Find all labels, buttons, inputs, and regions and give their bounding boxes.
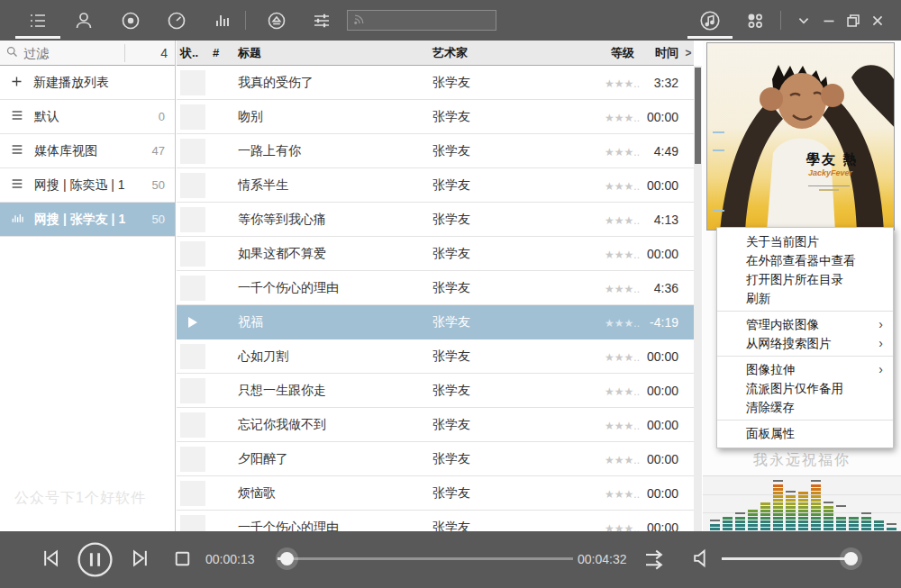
column-header-num[interactable]: #	[209, 46, 232, 59]
table-row[interactable]: 只想一生跟你走 张学友 ★★★.. 00:00	[177, 374, 694, 408]
artist-icon[interactable]	[71, 8, 96, 33]
search-input[interactable]	[369, 14, 487, 27]
track-art-placeholder	[180, 207, 205, 232]
table-row[interactable]: 烦恼歌 张学友 ★★★.. 00:00	[177, 476, 694, 511]
track-rating-stars[interactable]: ★★★..	[605, 249, 640, 261]
volume-thumb[interactable]	[844, 552, 858, 565]
sidebar-item-count: 47	[152, 144, 165, 158]
column-header-title[interactable]: 标题	[232, 45, 429, 61]
column-header-rating[interactable]: 等级	[573, 45, 640, 61]
menu-item-label: 面板属性	[746, 427, 795, 440]
track-rating-stars[interactable]: ★★★..	[605, 214, 640, 227]
track-rating-stars[interactable]: ★★★..	[605, 522, 640, 532]
shuffle-icon[interactable]	[642, 546, 669, 573]
stats-icon[interactable]	[210, 8, 235, 33]
total-time: 00:04:32	[578, 552, 627, 566]
context-menu-item[interactable]: 关于当前图片	[717, 232, 893, 251]
pause-button[interactable]	[76, 540, 114, 579]
column-header-artist[interactable]: 艺术家	[429, 45, 573, 61]
cover-side-label	[713, 149, 724, 151]
apps-grid-icon[interactable]	[742, 8, 768, 33]
track-artist: 张学友	[429, 348, 573, 365]
table-row[interactable]: 一路上有你 张学友 ★★★.. 4:49	[177, 134, 694, 168]
playing-indicator-icon	[188, 317, 197, 328]
track-rating-stars[interactable]: ★★★..	[605, 454, 640, 466]
table-row[interactable]: 一千个伤心的理由 张学友 ★★★.. 00:00	[177, 511, 694, 531]
track-title: 一千个伤心的理由	[232, 280, 429, 296]
scrollbar-thumb[interactable]	[695, 68, 701, 164]
column-header-time[interactable]: 时间	[640, 45, 683, 61]
music-note-icon[interactable]	[697, 8, 723, 33]
table-row[interactable]: 祝福 张学友 ★★★.. -4:19	[177, 305, 694, 339]
filter-input[interactable]	[23, 46, 109, 60]
table-row[interactable]: 夕阳醉了 张学友 ★★★.. 00:00	[177, 442, 694, 476]
track-rating-stars[interactable]: ★★★..	[605, 420, 640, 432]
sidebar-item-label: 媒体库视图	[34, 143, 97, 159]
playlist-tab-icon[interactable]	[25, 8, 50, 33]
column-overflow-button[interactable]: >	[683, 47, 694, 59]
track-rating-stars[interactable]: ★★★..	[605, 351, 640, 364]
track-rating-stars[interactable]: ★★★..	[605, 77, 640, 90]
minimize-button[interactable]	[816, 8, 842, 33]
track-time: -4:19	[640, 315, 683, 330]
track-rating-stars[interactable]: ★★★..	[605, 488, 640, 501]
track-rating-stars[interactable]: ★★★..	[605, 180, 640, 193]
context-menu-item[interactable]: 清除缓存	[717, 398, 893, 421]
table-row[interactable]: 一千个伤心的理由 张学友 ★★★.. 4:36	[177, 271, 694, 305]
close-button[interactable]	[865, 8, 890, 33]
previous-track-button[interactable]	[38, 546, 63, 571]
volume-track[interactable]	[722, 557, 855, 560]
table-row[interactable]: 吻别 张学友 ★★★.. 00:00	[177, 100, 694, 134]
track-art-placeholder	[180, 139, 205, 164]
context-menu-item[interactable]: 图像拉伸 ›	[717, 360, 893, 379]
sidebar-item[interactable]: 网搜 | 张学友 | 1 50	[0, 203, 175, 237]
track-rating-stars[interactable]: ★★★..	[605, 283, 640, 295]
track-artist: 张学友	[429, 212, 573, 228]
table-row[interactable]: 等你等到我心痛 张学友 ★★★.. 4:13	[177, 203, 694, 237]
sidebar-item[interactable]: 新建播放列表	[0, 66, 175, 100]
next-track-button[interactable]	[128, 546, 153, 571]
context-menu-item[interactable]: 打开图片所在目录	[717, 270, 893, 289]
progress-thumb[interactable]	[280, 552, 294, 565]
track-rating-stars[interactable]: ★★★..	[605, 317, 640, 330]
context-menu-item[interactable]: 刷新	[717, 289, 893, 312]
chevron-down-icon[interactable]	[791, 8, 816, 33]
menu-item-label: 从网络搜索图片	[746, 337, 832, 350]
playlist-filter[interactable]: 4	[0, 41, 175, 66]
table-scrollbar[interactable]	[694, 66, 702, 531]
table-row[interactable]: 我真的受伤了 张学友 ★★★.. 3:32	[177, 66, 694, 100]
track-rating-stars[interactable]: ★★★..	[605, 385, 640, 398]
sliders-icon[interactable]	[309, 8, 334, 33]
album-art[interactable]: 學友 熱 JackyFever	[706, 42, 895, 231]
table-row[interactable]: 心如刀割 张学友 ★★★.. 00:00	[177, 339, 694, 374]
sidebar-item[interactable]: 默认 0	[0, 100, 175, 134]
search-box[interactable]	[347, 10, 496, 31]
context-menu-items: 关于当前图片 在外部查看器中查看 打开图片所在目录 刷新 管理内嵌图像 ›	[717, 232, 893, 443]
table-row[interactable]: 情系半生 张学友 ★★★.. 00:00	[177, 168, 694, 203]
context-menu-item[interactable]: 从网络搜索图片 ›	[717, 334, 893, 357]
gauge-icon[interactable]	[164, 8, 189, 33]
track-rating-stars[interactable]: ★★★..	[605, 112, 640, 124]
track-art-placeholder	[180, 344, 205, 369]
context-menu-item[interactable]: 面板属性	[717, 424, 893, 443]
table-row[interactable]: 如果这都不算爱 张学友 ★★★.. 00:00	[177, 237, 694, 271]
restore-button[interactable]	[841, 8, 866, 33]
disc-icon[interactable]	[118, 8, 143, 33]
context-menu-item[interactable]: 在外部查看器中查看	[717, 251, 893, 270]
plus-icon	[10, 75, 23, 91]
sidebar-item-count: 0	[159, 110, 165, 123]
track-rating-stars[interactable]: ★★★..	[605, 146, 640, 158]
context-menu-item[interactable]: 流派图片仅作备用	[717, 379, 893, 398]
context-menu-item[interactable]: 管理内嵌图像 ›	[717, 315, 893, 334]
progress-track[interactable]	[278, 557, 573, 560]
sidebar-item-label: 默认	[34, 109, 59, 125]
column-header-status[interactable]: 状..	[177, 45, 209, 61]
table-row[interactable]: 忘记你我做不到 张学友 ★★★.. 00:00	[177, 408, 694, 442]
volume-icon[interactable]	[687, 546, 713, 571]
stop-button[interactable]	[171, 547, 194, 570]
sidebar-item[interactable]: 媒体库视图 47	[0, 134, 175, 168]
track-artist: 张学友	[429, 143, 573, 159]
sidebar-item[interactable]: 网搜 | 陈奕迅 | 1 50	[0, 168, 175, 203]
eject-icon[interactable]	[264, 8, 289, 33]
sidebar-item-label: 网搜 | 陈奕迅 | 1	[34, 177, 125, 194]
